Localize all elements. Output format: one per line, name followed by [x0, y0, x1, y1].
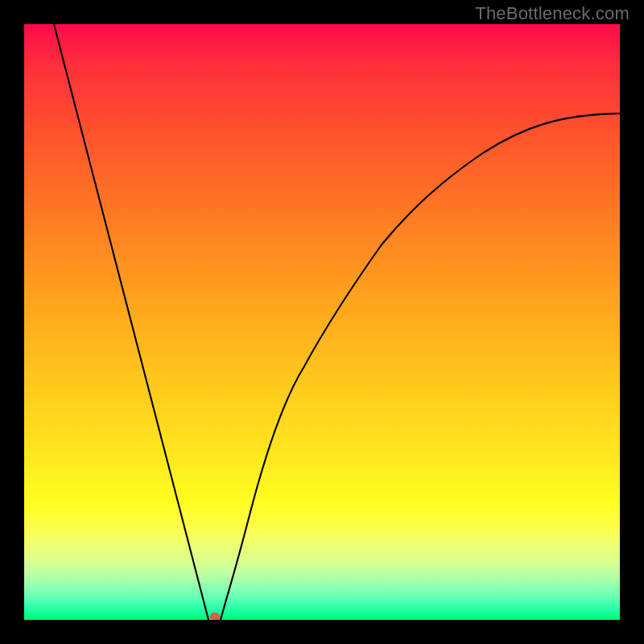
plot-area — [24, 24, 620, 620]
chart-curve — [24, 24, 620, 620]
watermark-text: TheBottleneck.com — [475, 3, 630, 24]
series-left-segment — [54, 24, 208, 620]
series-right-segment — [221, 114, 620, 620]
minimum-marker — [210, 613, 221, 620]
chart-frame: TheBottleneck.com — [0, 0, 644, 644]
